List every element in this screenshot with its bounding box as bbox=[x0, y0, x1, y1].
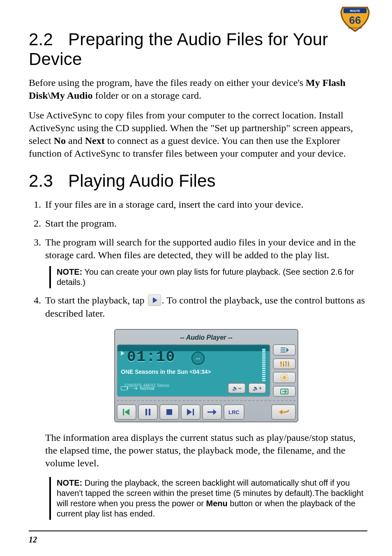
lyrics-button[interactable]: LRC bbox=[224, 404, 244, 420]
section-2-2-para-1: Before using the program, have the files… bbox=[29, 76, 367, 102]
playing-indicator-icon bbox=[121, 351, 125, 356]
svg-rect-11 bbox=[288, 364, 289, 365]
step-3: The program will search for the supporte… bbox=[44, 236, 367, 288]
player-title: -- Audio Player -- bbox=[117, 331, 296, 344]
play-icon bbox=[148, 294, 161, 306]
svg-line-19 bbox=[281, 380, 282, 380]
svg-rect-9 bbox=[283, 364, 284, 366]
step-2: Start the program. bbox=[44, 217, 367, 230]
level-meter-icon bbox=[262, 348, 265, 381]
logo-url-text: WWW.66.COM bbox=[348, 27, 362, 29]
svg-rect-8 bbox=[280, 362, 282, 364]
logo-66-text: 66 bbox=[349, 14, 361, 26]
svg-line-17 bbox=[281, 375, 282, 375]
track-title: ONE Seasons in the Sun <04:34> bbox=[121, 368, 266, 375]
svg-rect-26 bbox=[193, 409, 194, 415]
back-button[interactable] bbox=[271, 404, 296, 420]
route-66-logo: ROUTE 66 WWW.66.COM bbox=[340, 6, 370, 34]
equalizer-button[interactable] bbox=[273, 358, 296, 370]
section-2-3-number: 2.3 bbox=[29, 171, 68, 191]
page-number: 12 bbox=[29, 535, 37, 544]
audio-player: -- Audio Player -- 01:10 ONE Seasons in … bbox=[114, 329, 298, 422]
step-1: If your files are in a storage card, ins… bbox=[44, 198, 367, 211]
section-2-3-title: Playing Audio Files bbox=[68, 171, 216, 190]
svg-rect-25 bbox=[166, 409, 172, 415]
section-2-3-heading: 2.3Playing Audio Files bbox=[29, 171, 367, 191]
footer-rule bbox=[29, 531, 367, 531]
prev-track-button[interactable] bbox=[117, 404, 136, 420]
note-backlight: NOTE: During the playback, the screen ba… bbox=[49, 477, 367, 520]
svg-rect-24 bbox=[149, 409, 150, 415]
step-4: To start the playback, tap . To control … bbox=[44, 294, 367, 520]
playing-steps-list: If your files are in a storage card, ins… bbox=[29, 198, 367, 519]
section-2-2-number: 2.2 bbox=[29, 30, 68, 49]
svg-rect-23 bbox=[145, 409, 147, 415]
svg-rect-22 bbox=[123, 409, 124, 415]
section-2-2-heading: 2.2Preparing the Audio Files for Your De… bbox=[29, 30, 367, 69]
info-area-paragraph: The information area displays the curren… bbox=[45, 431, 367, 469]
svg-line-18 bbox=[286, 380, 287, 380]
exit-button[interactable] bbox=[273, 386, 296, 397]
pause-button[interactable] bbox=[138, 404, 158, 420]
next-track-button[interactable] bbox=[181, 404, 201, 420]
audio-format: 128KBPS 44KHZ Stereo bbox=[124, 383, 270, 388]
logo-route-text: ROUTE bbox=[350, 9, 360, 12]
manual-page: ROUTE 66 WWW.66.COM 2.2Preparing the Aud… bbox=[0, 0, 392, 556]
svg-point-12 bbox=[283, 376, 286, 379]
brightness-button[interactable] bbox=[273, 372, 296, 383]
transport-bar: LRC bbox=[117, 400, 296, 420]
section-2-2-title: Preparing the Audio Files for Your Devic… bbox=[29, 30, 328, 69]
svg-rect-10 bbox=[285, 361, 287, 363]
playlist-button[interactable] bbox=[273, 344, 296, 356]
section-2-2-para-2: Use ActiveSync to copy files from your c… bbox=[29, 109, 367, 160]
stop-button[interactable] bbox=[159, 404, 179, 420]
forward-button[interactable] bbox=[202, 404, 222, 420]
note-playlists: NOTE: You can create your own play lists… bbox=[49, 266, 367, 288]
player-display: 01:10 ONE Seasons in the Sun <04:34> ⋯➔ … bbox=[117, 344, 270, 397]
svg-line-20 bbox=[286, 375, 287, 375]
